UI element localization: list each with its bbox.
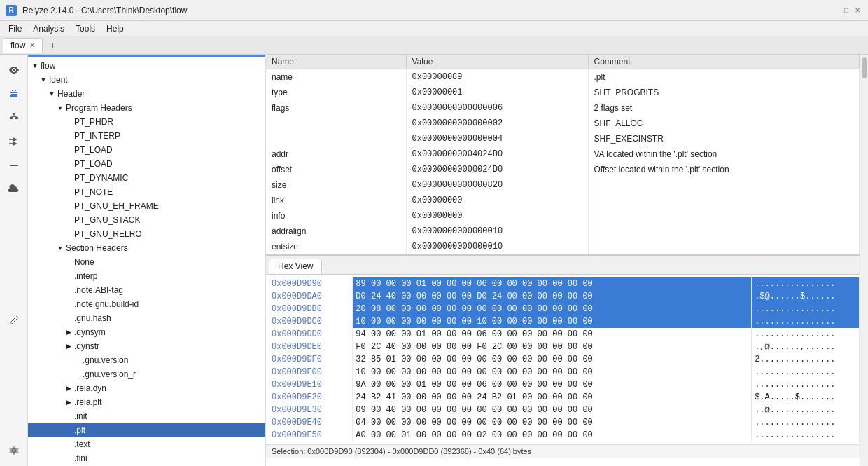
tree-item[interactable]: ▶.rela.plt xyxy=(28,395,265,409)
table-cell-name: offset xyxy=(266,162,406,177)
tree-scroll-indicator xyxy=(28,55,265,57)
tree-item[interactable]: PT_GNU_EH_FRAME xyxy=(28,199,265,213)
table-cell-name: entsize xyxy=(266,239,406,254)
hex-ascii: $.A.....$....... xyxy=(752,391,860,404)
tree-item[interactable]: PT_LOAD xyxy=(28,143,265,157)
tree-item[interactable]: None xyxy=(28,255,265,269)
hex-bytes: 32 85 01 00 00 00 00 00 00 00 00 00 00 0… xyxy=(353,353,752,366)
menu-analysis[interactable]: Analysis xyxy=(27,22,70,35)
tab-add-button[interactable]: + xyxy=(44,38,61,53)
hex-ascii: .,@......,...... xyxy=(752,341,860,353)
table-cell-comment xyxy=(588,224,860,239)
tree-arrow-icon: ▶ xyxy=(64,326,73,338)
tree-item[interactable]: .note.ABI-tag xyxy=(28,283,265,297)
edit-icon[interactable] xyxy=(4,310,24,330)
tree-item[interactable]: .interp xyxy=(28,269,265,283)
tree-item[interactable]: ▼Program Headers xyxy=(28,101,265,115)
titlebar-icon: R xyxy=(6,5,17,16)
hex-addr: 0x000D9E10 xyxy=(266,378,353,391)
tree-item[interactable]: ▼flow xyxy=(28,59,265,73)
tree-item[interactable]: PT_GNU_RELRO xyxy=(28,227,265,241)
tree-item[interactable]: .note.gnu.build-id xyxy=(28,297,265,311)
tree-item[interactable]: ▶.rela.dyn xyxy=(28,381,265,395)
menu-help[interactable]: Help xyxy=(101,22,130,35)
col-name: Name xyxy=(266,55,406,69)
settings-icon[interactable] xyxy=(4,441,24,460)
table-cell-comment: .plt xyxy=(588,69,860,85)
hex-addr: 0x000D9E50 xyxy=(266,429,353,441)
hex-bytes: 20 08 00 00 00 00 00 00 00 00 00 00 00 0… xyxy=(353,303,752,315)
tree-item[interactable]: ▼Header xyxy=(28,87,265,101)
tree-item[interactable]: .gnu.version_r xyxy=(28,367,265,381)
close-button[interactable]: ✕ xyxy=(853,6,862,15)
table-cell-name: info xyxy=(266,208,406,224)
tree-item[interactable]: .fini xyxy=(28,451,265,465)
menubar: File Analysis Tools Help xyxy=(0,21,868,36)
table-cell-comment: VA located within the '.plt' section xyxy=(588,146,860,162)
hex-ascii: ..@............. xyxy=(752,404,860,416)
table-cell-value: 0x00000000004024D0 xyxy=(406,146,588,162)
hex-ascii: ................ xyxy=(752,328,860,341)
hierarchy-icon[interactable] xyxy=(4,108,24,128)
tree-item-label: .interp xyxy=(74,270,97,282)
hex-bytes: 89 00 00 00 01 00 00 00 06 00 00 00 00 0… xyxy=(353,277,752,290)
hex-ascii: ................ xyxy=(752,303,860,315)
selection-bar: Selection: 0x000D9D90 (892304) - 0x000D9… xyxy=(266,444,860,458)
right-scrollbar[interactable] xyxy=(860,55,868,466)
tab-flow-close[interactable]: ✕ xyxy=(29,41,35,49)
tree-item[interactable]: PT_GNU_STACK xyxy=(28,213,265,227)
hex-row: 0x000D9DB020 08 00 00 00 00 00 00 00 00 … xyxy=(266,303,860,315)
tree-item[interactable]: ▶.dynstr xyxy=(28,339,265,353)
tree-item[interactable]: ▼Section Headers xyxy=(28,241,265,255)
tree-panel[interactable]: ▼flow▼Ident▼Header▼Program HeadersPT_PHD… xyxy=(28,55,266,466)
shuffle-icon[interactable] xyxy=(4,132,24,151)
table-cell-value: 0x0000000000000820 xyxy=(406,177,588,193)
tree-item[interactable]: PT_NOTE xyxy=(28,185,265,199)
table-row: offset0x00000000000024D0Offset located w… xyxy=(266,162,860,177)
table-row: info0x00000000 xyxy=(266,208,860,224)
tree-item[interactable]: .plt xyxy=(28,423,265,437)
tree-item-label: .gnu.version xyxy=(83,354,128,366)
hex-row: 0x000D9E2024 B2 41 00 00 00 00 00 24 B2 … xyxy=(266,391,860,404)
hex-ascii: ................ xyxy=(752,429,860,441)
cloud-icon[interactable] xyxy=(4,179,24,199)
tab-flow[interactable]: flow ✕ xyxy=(3,38,43,53)
table-cell-comment: Offset located within the '.plt' section xyxy=(588,162,860,177)
tree-item[interactable]: .gnu.version xyxy=(28,353,265,367)
tree-item[interactable]: ▼Ident xyxy=(28,73,265,87)
titlebar-controls[interactable]: — □ ✕ xyxy=(830,6,862,15)
tree-arrow-icon: ▼ xyxy=(56,102,64,114)
tree-item-label: .gnu.version_r xyxy=(83,368,136,381)
menu-tools[interactable]: Tools xyxy=(70,22,101,35)
table-row: type0x00000001SHT_PROGBITS xyxy=(266,85,860,100)
tree-item[interactable]: .init xyxy=(28,409,265,423)
tree-item[interactable]: PT_DYNAMIC xyxy=(28,171,265,185)
minus-icon[interactable] xyxy=(4,156,24,175)
hex-rows-table: 0x000D9D9089 00 00 00 01 00 00 00 06 00 … xyxy=(266,277,860,441)
properties-table: Name Value Comment name0x00000089.plttyp… xyxy=(266,55,860,255)
tree-item[interactable]: PT_LOAD xyxy=(28,157,265,171)
tab-flow-label: flow xyxy=(10,41,25,50)
hex-bytes: A0 00 00 01 00 00 00 00 02 00 00 00 00 0… xyxy=(353,429,752,441)
titlebar-left: R Relyze 2.14.0 - C:\Users\Think\Desktop… xyxy=(6,5,187,16)
tree-item-label: PT_DYNAMIC xyxy=(74,172,128,184)
tree-item[interactable]: PT_PHDR xyxy=(28,115,265,129)
plugin-icon[interactable] xyxy=(4,84,24,104)
tree-item[interactable]: ▶.dynsym xyxy=(28,325,265,339)
tree-item[interactable]: .gnu.hash xyxy=(28,311,265,325)
table-cell-value: 0x00000000 xyxy=(406,208,588,224)
table-cell-name: addr xyxy=(266,146,406,162)
hex-view-tab[interactable]: Hex View xyxy=(269,259,322,274)
tree-item[interactable]: .text xyxy=(28,437,265,451)
menu-file[interactable]: File xyxy=(3,22,27,35)
tree-arrow-icon: ▶ xyxy=(64,382,73,395)
tree-item[interactable]: PT_INTERP xyxy=(28,129,265,143)
minimize-button[interactable]: — xyxy=(830,6,840,15)
tree-content: ▼flow▼Ident▼Header▼Program HeadersPT_PHD… xyxy=(28,55,265,466)
maximize-button[interactable]: □ xyxy=(841,6,851,15)
table-cell-name: addralign xyxy=(266,224,406,239)
hex-bytes: F0 2C 40 00 00 00 00 00 F0 2C 00 00 00 0… xyxy=(353,341,752,353)
table-cell-name: flags xyxy=(266,100,406,116)
eye-icon[interactable] xyxy=(4,60,24,80)
table-cell-name: size xyxy=(266,177,406,193)
